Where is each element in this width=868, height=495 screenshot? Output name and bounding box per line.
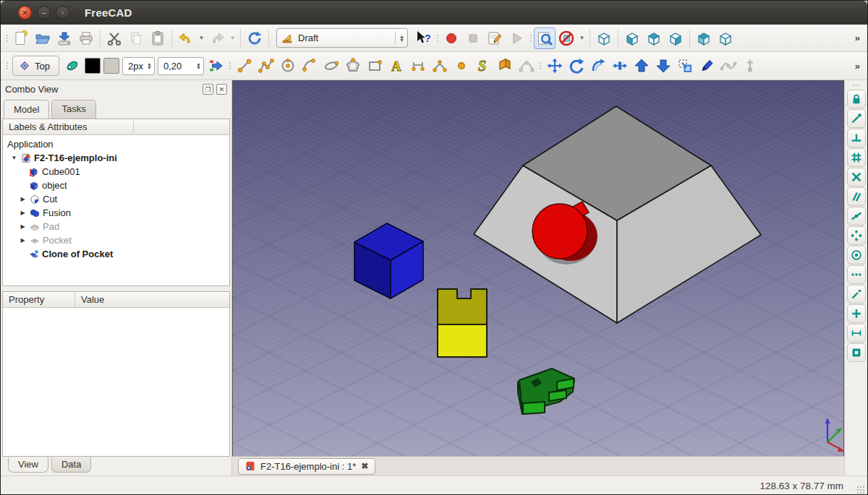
- paste-button[interactable]: [147, 27, 169, 49]
- draft-point-button[interactable]: [451, 55, 472, 77]
- view-rear-button[interactable]: [693, 27, 715, 49]
- resize-grip[interactable]: [856, 486, 865, 494]
- text-scale-spinner[interactable]: 0,20▲▼: [158, 57, 204, 75]
- draft-ellipse-button[interactable]: [320, 55, 342, 77]
- snap-special-button[interactable]: [847, 265, 866, 284]
- tree-item-application[interactable]: Application: [3, 137, 229, 151]
- draft-arc-button[interactable]: [299, 55, 320, 77]
- window-close-button[interactable]: ✕: [18, 6, 32, 20]
- draft-line-button[interactable]: [234, 55, 255, 77]
- workbench-selector[interactable]: Draft ▲▼: [276, 28, 408, 48]
- redo-dropdown[interactable]: ▼: [228, 27, 237, 49]
- draft-wire-to-bspline-button[interactable]: [718, 55, 739, 77]
- apply-style-button[interactable]: [205, 55, 227, 77]
- toolbar-drag-handle[interactable]: [4, 30, 10, 47]
- tree-item-clone[interactable]: Clone of Pocket: [3, 247, 229, 261]
- document-tab-close-icon[interactable]: ✖: [361, 461, 368, 471]
- redo-button[interactable]: [206, 27, 228, 49]
- toolbar-drag-handle[interactable]: [434, 30, 441, 47]
- view-bottom-button[interactable]: [715, 27, 736, 49]
- draft-rectangle-button[interactable]: [364, 55, 386, 77]
- copy-button[interactable]: [125, 27, 147, 49]
- draw-style-button[interactable]: [556, 27, 577, 49]
- view-front-button[interactable]: [621, 27, 643, 49]
- tab-tasks[interactable]: Tasks: [51, 100, 95, 119]
- draft-offset-button[interactable]: [587, 55, 609, 77]
- yellow-shape-object[interactable]: [438, 289, 487, 357]
- undo-dropdown[interactable]: ▼: [197, 27, 206, 49]
- tree-item-object[interactable]: object: [3, 178, 229, 192]
- view-top-button[interactable]: [643, 27, 665, 49]
- snap-working-plane-button[interactable]: [847, 343, 866, 362]
- tree-item-cube001[interactable]: Cube001: [3, 165, 229, 178]
- 3d-viewport[interactable]: Y X: [232, 80, 844, 456]
- draft-rotate-button[interactable]: [566, 55, 587, 77]
- working-plane-button[interactable]: Top: [12, 56, 59, 76]
- macro-record-button[interactable]: [441, 27, 462, 49]
- toolbar-drag-handle[interactable]: [227, 57, 234, 74]
- draft-polygon-button[interactable]: [342, 55, 364, 77]
- draft-text-button[interactable]: A: [386, 55, 407, 77]
- document-tab[interactable]: F2-T16-ejemplo-ini : 1* ✖: [238, 458, 375, 475]
- snap-midpoint-button[interactable]: [847, 207, 866, 225]
- fit-all-button[interactable]: [534, 27, 556, 49]
- snap-grid-button[interactable]: [847, 148, 866, 167]
- toolbar-drag-handle[interactable]: [537, 57, 544, 74]
- toolbar-drag-handle[interactable]: [527, 30, 534, 47]
- draft-dimension-button[interactable]: [407, 55, 429, 77]
- open-button[interactable]: [32, 27, 54, 49]
- tree-item-cut[interactable]: ▶ Cut: [3, 192, 229, 206]
- new-document-button[interactable]: [10, 27, 32, 49]
- save-button[interactable]: [54, 27, 75, 49]
- tree-item-pocket[interactable]: ▶ Pocket: [3, 233, 229, 247]
- draft-bezier-button[interactable]: [516, 55, 537, 77]
- expander-collapsed-icon[interactable]: ▶: [19, 196, 27, 202]
- line-width-spinner[interactable]: 2px▲▼: [122, 57, 155, 75]
- draft-downgrade-button[interactable]: [652, 55, 674, 77]
- expander-collapsed-icon[interactable]: ▶: [19, 237, 27, 244]
- snap-perpendicular-button[interactable]: [847, 129, 866, 147]
- panel-splitter[interactable]: [1, 286, 231, 291]
- construction-mode-button[interactable]: [61, 55, 83, 77]
- snap-parallel-button[interactable]: [847, 187, 866, 206]
- snap-center-button[interactable]: [847, 246, 866, 264]
- expander-collapsed-icon[interactable]: ▶: [19, 210, 27, 216]
- toolbar-overflow[interactable]: »: [851, 33, 864, 43]
- tree-item-document[interactable]: ▼ F2-T16-ejemplo-ini: [3, 151, 229, 165]
- draft-add-point-button[interactable]: [739, 55, 761, 77]
- toolbar-drag-handle[interactable]: [4, 57, 10, 74]
- snap-lock-button[interactable]: [847, 90, 866, 108]
- draft-trimex-button[interactable]: [609, 55, 631, 77]
- draft-facebinder-button[interactable]: [494, 55, 516, 77]
- macro-edit-button[interactable]: [484, 27, 506, 49]
- macro-execute-button[interactable]: [506, 27, 527, 49]
- window-minimize-button[interactable]: –: [37, 6, 51, 20]
- tab-data[interactable]: Data: [51, 457, 91, 473]
- tree-item-pad[interactable]: ▶ Pad: [3, 220, 229, 233]
- toolbar-drag-handle[interactable]: [853, 82, 859, 89]
- draft-wire-button[interactable]: [255, 55, 277, 77]
- macro-stop-button[interactable]: [462, 27, 484, 49]
- panel-float-button[interactable]: ❐: [203, 84, 213, 95]
- tab-view[interactable]: View: [8, 457, 48, 473]
- draft-edit-button[interactable]: [696, 55, 718, 77]
- refresh-button[interactable]: [244, 27, 265, 49]
- draft-scale-button[interactable]: [674, 55, 696, 77]
- window-maximize-button[interactable]: ▫: [56, 6, 69, 20]
- view-axonometric-button[interactable]: [593, 27, 615, 49]
- line-color-swatch[interactable]: [85, 58, 101, 74]
- snap-intersection-button[interactable]: [847, 168, 866, 186]
- whats-this-button[interactable]: ?: [412, 27, 434, 49]
- draw-style-dropdown[interactable]: ▼: [577, 27, 587, 49]
- print-button[interactable]: [75, 27, 97, 49]
- value-column-header[interactable]: Value: [75, 292, 110, 307]
- snap-endpoint-button[interactable]: [847, 109, 866, 128]
- face-color-swatch[interactable]: [103, 58, 119, 74]
- expander-collapsed-icon[interactable]: ▶: [19, 223, 27, 230]
- undo-button[interactable]: [175, 27, 197, 49]
- snap-ortho-button[interactable]: [847, 304, 866, 323]
- draft-bspline-button[interactable]: [429, 55, 451, 77]
- panel-close-button[interactable]: ✕: [216, 84, 227, 95]
- toolbar-overflow[interactable]: »: [851, 61, 864, 72]
- snap-dimensions-button[interactable]: [847, 324, 866, 343]
